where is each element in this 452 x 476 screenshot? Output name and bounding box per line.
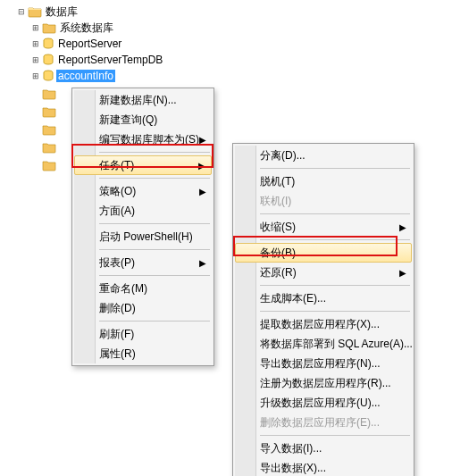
menu-item-label: 报表(P) — [99, 255, 135, 271]
menu-item[interactable]: 方面(A) — [74, 201, 212, 221]
submenu-arrow-icon: ▶ — [199, 135, 206, 145]
collapse-icon[interactable]: ⊟ — [16, 7, 26, 17]
submenu-arrow-icon: ▶ — [399, 268, 406, 278]
menu-item[interactable]: 导入数据(I)... — [235, 438, 412, 458]
menu-separator — [99, 223, 210, 224]
menu-separator — [99, 178, 210, 179]
menu-separator — [99, 249, 210, 250]
submenu-arrow-icon: ▶ — [199, 187, 206, 196]
tree-label: ReportServer — [56, 38, 123, 50]
menu-item[interactable]: 任务(T)▶ — [74, 155, 212, 175]
menu-separator — [99, 152, 210, 153]
tree-node-selected-db[interactable]: ⊞ accountInfo — [16, 68, 452, 84]
menu-separator — [260, 168, 410, 169]
tree-node-reportservertempdb[interactable]: ⊞ ReportServerTempDB — [16, 52, 452, 68]
menu-item[interactable]: 收缩(S)▶ — [235, 217, 412, 237]
menu-item-label: 注册为数据层应用程序(R)... — [260, 376, 391, 391]
menu-item-label: 将数据库部署到 SQL Azure(A)... — [260, 337, 413, 352]
menu-item-label: 联机(I) — [260, 194, 291, 209]
menu-item-label: 收缩(S) — [260, 220, 296, 235]
menu-item[interactable]: 脱机(T) — [235, 171, 412, 191]
menu-separator — [260, 285, 410, 286]
menu-item[interactable]: 导出数据层应用程序(N)... — [235, 354, 412, 373]
menu-item-label: 导出数据层应用程序(N)... — [260, 356, 381, 372]
menu-separator — [260, 435, 410, 436]
menu-item[interactable]: 重命名(M) — [74, 279, 212, 298]
menu-item-label: 脱机(T) — [260, 174, 295, 189]
menu-item-label: 策略(O) — [99, 184, 136, 199]
menu-item[interactable]: 新建查询(Q) — [74, 110, 212, 129]
menu-separator — [260, 311, 410, 312]
menu-separator — [260, 239, 410, 240]
expand-icon[interactable]: ⊞ — [30, 71, 40, 81]
menu-item-label: 编写数据库脚本为(S) — [99, 132, 199, 147]
tree-label: 数据库 — [44, 4, 80, 20]
menu-item-label: 生成脚本(E)... — [260, 291, 326, 306]
menu-item-label: 启动 PowerShell(H) — [99, 230, 193, 245]
menu-item-label: 分离(D)... — [260, 148, 306, 163]
menu-item-label: 备份(B)... — [260, 246, 305, 261]
folder-icon — [42, 105, 56, 118]
menu-item[interactable]: 刷新(F) — [74, 324, 212, 344]
menu-item[interactable]: 生成脚本(E)... — [235, 288, 412, 308]
menu-item-label: 删除数据层应用程序(E)... — [260, 415, 380, 430]
menu-item[interactable]: 编写数据库脚本为(S)▶ — [74, 129, 212, 149]
menu-item-label: 新建查询(Q) — [99, 113, 157, 128]
menu-item[interactable]: 新建数据库(N)... — [74, 90, 212, 110]
submenu-arrow-icon: ▶ — [199, 258, 206, 268]
menu-item-label: 导出数据(X)... — [260, 461, 326, 476]
menu-item: 删除数据层应用程序(E)... — [235, 413, 412, 432]
menu-item-label: 任务(T) — [99, 158, 134, 173]
tree-label-selected: accountInfo — [56, 70, 115, 82]
tree-node-system-db[interactable]: ⊞ 系统数据库 — [16, 20, 452, 36]
folder-icon — [42, 141, 56, 154]
expand-icon[interactable]: ⊞ — [30, 23, 40, 33]
tree-node-databases[interactable]: ⊟ 数据库 — [16, 4, 452, 20]
menu-separator — [99, 321, 210, 322]
database-icon — [42, 54, 54, 66]
expand-icon[interactable]: ⊞ — [30, 39, 40, 49]
folder-icon — [42, 21, 56, 34]
menu-item-label: 删除(D) — [99, 301, 136, 316]
menu-item[interactable]: 还原(R)▶ — [235, 263, 412, 282]
menu-item[interactable]: 启动 PowerShell(H) — [74, 227, 212, 246]
menu-separator — [99, 275, 210, 276]
menu-item[interactable]: 策略(O)▶ — [74, 181, 212, 201]
menu-item[interactable]: 注册为数据层应用程序(R)... — [235, 373, 412, 393]
menu-item[interactable]: 报表(P)▶ — [74, 253, 212, 272]
menu-item[interactable]: 备份(B)... — [235, 243, 412, 263]
menu-item[interactable]: 删除(D) — [74, 298, 212, 318]
tree-label: ReportServerTempDB — [56, 54, 164, 66]
menu-item-label: 重命名(M) — [99, 281, 147, 296]
context-submenu-tasks[interactable]: 分离(D)...脱机(T)联机(I)收缩(S)▶备份(B)...还原(R)▶生成… — [232, 143, 414, 476]
menu-item[interactable]: 导出数据(X)... — [235, 458, 412, 476]
menu-item: 联机(I) — [235, 191, 412, 211]
menu-item[interactable]: 提取数据层应用程序(X)... — [235, 314, 412, 334]
menu-item-label: 方面(A) — [99, 204, 135, 219]
menu-item[interactable]: 将数据库部署到 SQL Azure(A)... — [235, 334, 412, 354]
menu-item-label: 导入数据(I)... — [260, 441, 322, 456]
folder-icon — [42, 88, 56, 100]
folder-icon — [28, 5, 42, 18]
submenu-arrow-icon: ▶ — [198, 161, 205, 171]
tree-label: 系统数据库 — [58, 21, 115, 36]
menu-item-label: 新建数据库(N)... — [99, 93, 177, 108]
submenu-arrow-icon: ▶ — [399, 222, 406, 232]
database-icon — [42, 38, 54, 50]
menu-item-label: 升级数据层应用程序(U)... — [260, 396, 381, 411]
menu-item-label: 刷新(F) — [99, 327, 134, 342]
context-menu-database[interactable]: 新建数据库(N)...新建查询(Q)编写数据库脚本为(S)▶任务(T)▶策略(O… — [71, 88, 214, 366]
database-icon — [42, 70, 54, 82]
menu-item-label: 提取数据层应用程序(X)... — [260, 317, 380, 332]
menu-item[interactable]: 分离(D)... — [235, 146, 412, 165]
menu-item[interactable]: 升级数据层应用程序(U)... — [235, 393, 412, 413]
tree-node-reportserver[interactable]: ⊞ ReportServer — [16, 36, 452, 52]
menu-item-label: 属性(R) — [99, 347, 136, 362]
expand-icon[interactable]: ⊞ — [30, 55, 40, 65]
folder-icon — [42, 123, 56, 136]
menu-item[interactable]: 属性(R) — [74, 344, 212, 363]
menu-item-label: 还原(R) — [260, 265, 297, 280]
folder-icon — [42, 159, 56, 171]
menu-separator — [260, 213, 410, 214]
